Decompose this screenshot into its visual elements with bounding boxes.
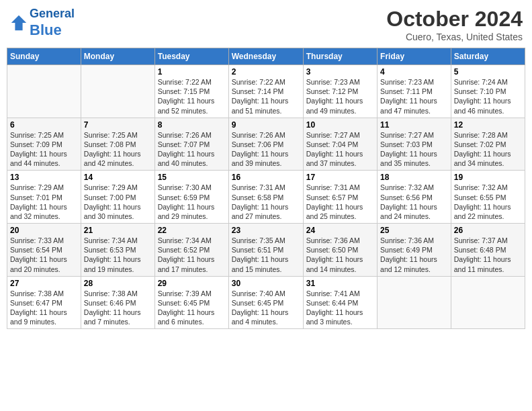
day-number: 18 bbox=[380, 173, 448, 182]
day-number: 21 bbox=[84, 226, 152, 235]
calendar-cell: 24Sunrise: 7:36 AM Sunset: 6:50 PM Dayli… bbox=[303, 224, 377, 277]
calendar-cell: 12Sunrise: 7:28 AM Sunset: 7:02 PM Dayli… bbox=[451, 118, 525, 171]
weekday-header: Thursday bbox=[303, 48, 377, 65]
logo-icon bbox=[9, 13, 28, 32]
day-info: Sunrise: 7:36 AM Sunset: 6:49 PM Dayligh… bbox=[380, 236, 448, 274]
calendar-cell: 7Sunrise: 7:25 AM Sunset: 7:08 PM Daylig… bbox=[81, 118, 154, 171]
day-info: Sunrise: 7:25 AM Sunset: 7:09 PM Dayligh… bbox=[10, 130, 78, 169]
day-number: 26 bbox=[454, 226, 522, 235]
day-info: Sunrise: 7:36 AM Sunset: 6:50 PM Dayligh… bbox=[306, 236, 374, 274]
day-number: 11 bbox=[380, 120, 448, 130]
day-info: Sunrise: 7:41 AM Sunset: 6:44 PM Dayligh… bbox=[306, 289, 374, 327]
day-number: 12 bbox=[454, 120, 522, 130]
calendar-week-row: 13Sunrise: 7:29 AM Sunset: 7:01 PM Dayli… bbox=[7, 171, 525, 224]
calendar-cell: 2Sunrise: 7:22 AM Sunset: 7:14 PM Daylig… bbox=[228, 65, 303, 118]
day-number: 27 bbox=[10, 279, 78, 288]
calendar-cell: 17Sunrise: 7:31 AM Sunset: 6:57 PM Dayli… bbox=[303, 171, 377, 224]
logo: General Blue bbox=[9, 7, 75, 39]
day-number: 25 bbox=[380, 226, 448, 235]
day-info: Sunrise: 7:29 AM Sunset: 7:01 PM Dayligh… bbox=[10, 183, 78, 221]
weekday-header: Tuesday bbox=[154, 48, 228, 65]
day-info: Sunrise: 7:23 AM Sunset: 7:11 PM Dayligh… bbox=[380, 77, 448, 116]
day-info: Sunrise: 7:25 AM Sunset: 7:08 PM Dayligh… bbox=[84, 130, 152, 169]
calendar-cell: 25Sunrise: 7:36 AM Sunset: 6:49 PM Dayli… bbox=[378, 224, 451, 277]
calendar-cell: 4Sunrise: 7:23 AM Sunset: 7:11 PM Daylig… bbox=[378, 65, 451, 118]
calendar-cell: 5Sunrise: 7:24 AM Sunset: 7:10 PM Daylig… bbox=[451, 65, 525, 118]
calendar-cell: 19Sunrise: 7:32 AM Sunset: 6:55 PM Dayli… bbox=[451, 171, 525, 224]
day-info: Sunrise: 7:32 AM Sunset: 6:55 PM Dayligh… bbox=[454, 183, 522, 221]
calendar-cell: 31Sunrise: 7:41 AM Sunset: 6:44 PM Dayli… bbox=[303, 276, 377, 329]
day-info: Sunrise: 7:27 AM Sunset: 7:03 PM Dayligh… bbox=[380, 130, 448, 169]
calendar-cell: 15Sunrise: 7:30 AM Sunset: 6:59 PM Dayli… bbox=[154, 171, 228, 224]
day-number: 19 bbox=[454, 173, 522, 182]
day-info: Sunrise: 7:29 AM Sunset: 7:00 PM Dayligh… bbox=[84, 183, 152, 221]
day-number: 14 bbox=[84, 173, 152, 182]
calendar-cell: 21Sunrise: 7:34 AM Sunset: 6:53 PM Dayli… bbox=[81, 224, 154, 277]
day-number: 1 bbox=[158, 67, 226, 77]
calendar-cell: 10Sunrise: 7:27 AM Sunset: 7:04 PM Dayli… bbox=[303, 118, 377, 171]
calendar-week-row: 6Sunrise: 7:25 AM Sunset: 7:09 PM Daylig… bbox=[7, 118, 525, 171]
weekday-header: Friday bbox=[378, 48, 451, 65]
day-number: 9 bbox=[232, 120, 300, 130]
day-info: Sunrise: 7:34 AM Sunset: 6:53 PM Dayligh… bbox=[84, 236, 152, 274]
calendar-cell: 6Sunrise: 7:25 AM Sunset: 7:09 PM Daylig… bbox=[7, 118, 81, 171]
day-number: 22 bbox=[158, 226, 226, 235]
weekday-header: Monday bbox=[81, 48, 154, 65]
day-number: 4 bbox=[380, 67, 448, 77]
day-number: 23 bbox=[232, 226, 300, 235]
day-info: Sunrise: 7:31 AM Sunset: 6:57 PM Dayligh… bbox=[306, 183, 374, 221]
day-info: Sunrise: 7:33 AM Sunset: 6:54 PM Dayligh… bbox=[10, 236, 78, 274]
day-info: Sunrise: 7:34 AM Sunset: 6:52 PM Dayligh… bbox=[158, 236, 226, 274]
day-number: 29 bbox=[158, 279, 226, 288]
calendar-cell: 11Sunrise: 7:27 AM Sunset: 7:03 PM Dayli… bbox=[378, 118, 451, 171]
day-info: Sunrise: 7:28 AM Sunset: 7:02 PM Dayligh… bbox=[454, 130, 522, 169]
calendar-cell: 29Sunrise: 7:39 AM Sunset: 6:45 PM Dayli… bbox=[154, 276, 228, 329]
day-info: Sunrise: 7:40 AM Sunset: 6:45 PM Dayligh… bbox=[232, 289, 300, 327]
day-info: Sunrise: 7:31 AM Sunset: 6:58 PM Dayligh… bbox=[232, 183, 300, 221]
day-number: 20 bbox=[10, 226, 78, 235]
calendar-cell bbox=[7, 65, 81, 118]
day-number: 31 bbox=[306, 279, 374, 288]
day-number: 17 bbox=[306, 173, 374, 182]
day-info: Sunrise: 7:32 AM Sunset: 6:56 PM Dayligh… bbox=[380, 183, 448, 221]
day-number: 28 bbox=[84, 279, 152, 288]
day-number: 24 bbox=[306, 226, 374, 235]
calendar-cell: 16Sunrise: 7:31 AM Sunset: 6:58 PM Dayli… bbox=[228, 171, 303, 224]
calendar-cell: 30Sunrise: 7:40 AM Sunset: 6:45 PM Dayli… bbox=[228, 276, 303, 329]
calendar-table: SundayMondayTuesdayWednesdayThursdayFrid… bbox=[7, 48, 525, 329]
day-number: 15 bbox=[158, 173, 226, 182]
weekday-header: Wednesday bbox=[228, 48, 303, 65]
day-number: 5 bbox=[454, 67, 522, 77]
day-info: Sunrise: 7:24 AM Sunset: 7:10 PM Dayligh… bbox=[454, 77, 522, 116]
calendar-cell: 20Sunrise: 7:33 AM Sunset: 6:54 PM Dayli… bbox=[7, 224, 81, 277]
calendar-cell: 27Sunrise: 7:38 AM Sunset: 6:47 PM Dayli… bbox=[7, 276, 81, 329]
month-title: October 2024 bbox=[386, 7, 523, 32]
weekday-header: Sunday bbox=[7, 48, 81, 65]
calendar-week-row: 20Sunrise: 7:33 AM Sunset: 6:54 PM Dayli… bbox=[7, 224, 525, 277]
day-info: Sunrise: 7:39 AM Sunset: 6:45 PM Dayligh… bbox=[158, 289, 226, 327]
calendar-cell: 26Sunrise: 7:37 AM Sunset: 6:48 PM Dayli… bbox=[451, 224, 525, 277]
day-number: 30 bbox=[232, 279, 300, 288]
location: Cuero, Texas, United States bbox=[386, 32, 523, 42]
calendar-cell: 9Sunrise: 7:26 AM Sunset: 7:06 PM Daylig… bbox=[228, 118, 303, 171]
page-header: General Blue October 2024 Cuero, Texas, … bbox=[7, 7, 525, 42]
day-info: Sunrise: 7:26 AM Sunset: 7:06 PM Dayligh… bbox=[232, 130, 300, 169]
day-info: Sunrise: 7:35 AM Sunset: 6:51 PM Dayligh… bbox=[232, 236, 300, 274]
title-block: October 2024 Cuero, Texas, United States bbox=[386, 7, 523, 42]
day-number: 13 bbox=[10, 173, 78, 182]
calendar-cell: 8Sunrise: 7:26 AM Sunset: 7:07 PM Daylig… bbox=[154, 118, 228, 171]
day-info: Sunrise: 7:22 AM Sunset: 7:14 PM Dayligh… bbox=[232, 77, 300, 116]
calendar-cell bbox=[451, 276, 525, 329]
calendar-cell: 3Sunrise: 7:23 AM Sunset: 7:12 PM Daylig… bbox=[303, 65, 377, 118]
calendar-cell: 13Sunrise: 7:29 AM Sunset: 7:01 PM Dayli… bbox=[7, 171, 81, 224]
day-info: Sunrise: 7:30 AM Sunset: 6:59 PM Dayligh… bbox=[158, 183, 226, 221]
calendar-cell bbox=[81, 65, 154, 118]
calendar-cell: 22Sunrise: 7:34 AM Sunset: 6:52 PM Dayli… bbox=[154, 224, 228, 277]
svg-marker-0 bbox=[11, 15, 26, 30]
day-info: Sunrise: 7:38 AM Sunset: 6:47 PM Dayligh… bbox=[10, 289, 78, 327]
weekday-header: Saturday bbox=[451, 48, 525, 65]
day-info: Sunrise: 7:26 AM Sunset: 7:07 PM Dayligh… bbox=[158, 130, 226, 169]
day-info: Sunrise: 7:27 AM Sunset: 7:04 PM Dayligh… bbox=[306, 130, 374, 169]
weekday-header-row: SundayMondayTuesdayWednesdayThursdayFrid… bbox=[7, 48, 525, 65]
day-number: 6 bbox=[10, 120, 78, 130]
